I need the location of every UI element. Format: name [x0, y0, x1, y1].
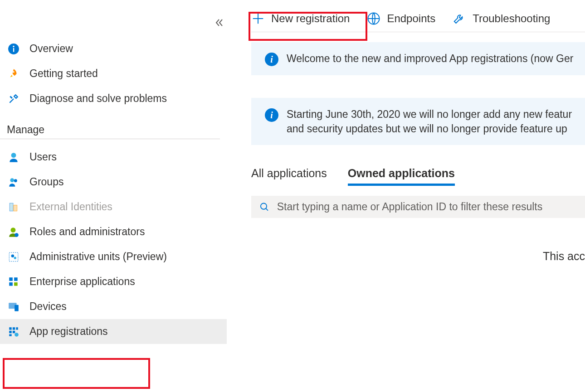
- svg-rect-21: [13, 327, 15, 329]
- svg-point-13: [14, 256, 16, 259]
- svg-point-10: [15, 233, 19, 237]
- troubleshooting-button[interactable]: Troubleshooting: [453, 12, 550, 25]
- sidebar-section-manage: Manage: [0, 111, 220, 139]
- svg-point-4: [11, 153, 16, 158]
- sidebar-item-label: Diagnose and solve problems: [29, 92, 167, 105]
- tabs: All applications Owned applications: [251, 167, 585, 186]
- svg-rect-14: [9, 277, 13, 281]
- sidebar-item-app-registrations[interactable]: App registrations: [0, 319, 227, 344]
- tool-label: Endpoints: [387, 12, 435, 25]
- svg-rect-19: [15, 305, 19, 311]
- sidebar-item-label: Administrative units (Preview): [29, 251, 167, 263]
- svg-rect-17: [14, 282, 18, 286]
- sidebar-item-devices[interactable]: Devices: [0, 294, 227, 319]
- sidebar-item-getting-started[interactable]: Getting started: [0, 61, 227, 86]
- svg-rect-16: [9, 282, 13, 286]
- sidebar: Overview Getting started Diagnose and so…: [0, 0, 227, 392]
- tab-owned-applications[interactable]: Owned applications: [348, 167, 455, 186]
- filter-search-box[interactable]: [251, 196, 585, 218]
- svg-rect-7: [10, 203, 13, 211]
- svg-rect-20: [9, 327, 11, 329]
- user-icon: [7, 151, 20, 163]
- svg-rect-1: [13, 48, 14, 52]
- rocket-icon: [7, 68, 20, 80]
- endpoints-button[interactable]: Endpoints: [367, 12, 435, 25]
- sidebar-item-groups[interactable]: Groups: [0, 169, 227, 194]
- sidebar-item-label: Getting started: [29, 68, 98, 80]
- svg-rect-25: [9, 334, 11, 336]
- tool-label: New registration: [271, 12, 350, 25]
- svg-point-9: [11, 227, 16, 232]
- sidebar-item-diagnose[interactable]: Diagnose and solve problems: [0, 86, 227, 111]
- admin-icon: [7, 226, 20, 238]
- svg-rect-15: [14, 277, 18, 281]
- banner-text: Welcome to the new and improved App regi…: [287, 51, 573, 66]
- svg-point-3: [13, 71, 14, 72]
- grid-icon: [7, 276, 20, 288]
- sidebar-item-roles-admins[interactable]: Roles and administrators: [0, 219, 227, 244]
- svg-line-31: [266, 208, 268, 211]
- svg-rect-22: [16, 327, 18, 329]
- new-registration-button[interactable]: New registration: [251, 12, 350, 25]
- svg-rect-8: [14, 205, 17, 211]
- command-bar: New registration Endpoints Troubleshooti…: [251, 12, 585, 32]
- empty-state-text: This acc: [251, 250, 585, 263]
- svg-point-5: [10, 178, 14, 182]
- sidebar-item-enterprise-apps[interactable]: Enterprise applications: [0, 269, 227, 294]
- svg-rect-24: [13, 330, 15, 333]
- info-icon: i: [265, 108, 278, 122]
- admin-units-icon: [7, 251, 20, 263]
- tools-icon: [7, 93, 20, 105]
- banner-text: Starting June 30th, 2020 we will no long…: [287, 107, 585, 136]
- info-icon: [7, 43, 20, 55]
- collapse-sidebar-button[interactable]: [214, 17, 225, 30]
- sidebar-item-label: App registrations: [29, 325, 108, 338]
- devices-icon: [7, 301, 20, 313]
- tab-all-applications[interactable]: All applications: [251, 167, 327, 186]
- group-icon: [7, 176, 20, 188]
- svg-point-26: [15, 333, 19, 337]
- svg-rect-23: [9, 330, 11, 333]
- sidebar-item-label: Users: [29, 151, 57, 163]
- info-banner-welcome: i Welcome to the new and improved App re…: [251, 42, 585, 75]
- sidebar-item-external-identities[interactable]: External Identities: [0, 194, 227, 219]
- building-icon: [7, 201, 20, 213]
- sidebar-item-label: Overview: [29, 43, 73, 55]
- svg-point-2: [13, 45, 14, 47]
- filter-input[interactable]: [276, 200, 577, 213]
- info-banner-deprecation: i Starting June 30th, 2020 we will no lo…: [251, 98, 585, 145]
- main-content: New registration Endpoints Troubleshooti…: [227, 0, 585, 392]
- sidebar-item-label: Groups: [29, 176, 63, 188]
- svg-point-30: [261, 203, 267, 209]
- sidebar-item-users[interactable]: Users: [0, 145, 227, 169]
- info-icon: i: [265, 53, 278, 66]
- svg-point-12: [11, 254, 14, 257]
- sidebar-item-label: Enterprise applications: [29, 276, 135, 288]
- sidebar-item-label: Devices: [29, 300, 67, 313]
- tool-label: Troubleshooting: [473, 12, 550, 25]
- sidebar-item-overview[interactable]: Overview: [0, 36, 227, 61]
- sidebar-item-label: External Identities: [29, 201, 112, 213]
- sidebar-item-admin-units[interactable]: Administrative units (Preview): [0, 244, 227, 269]
- sidebar-item-label: Roles and administrators: [29, 226, 145, 238]
- app-grid-icon: [7, 326, 20, 338]
- search-icon: [259, 202, 270, 213]
- svg-point-6: [14, 179, 17, 182]
